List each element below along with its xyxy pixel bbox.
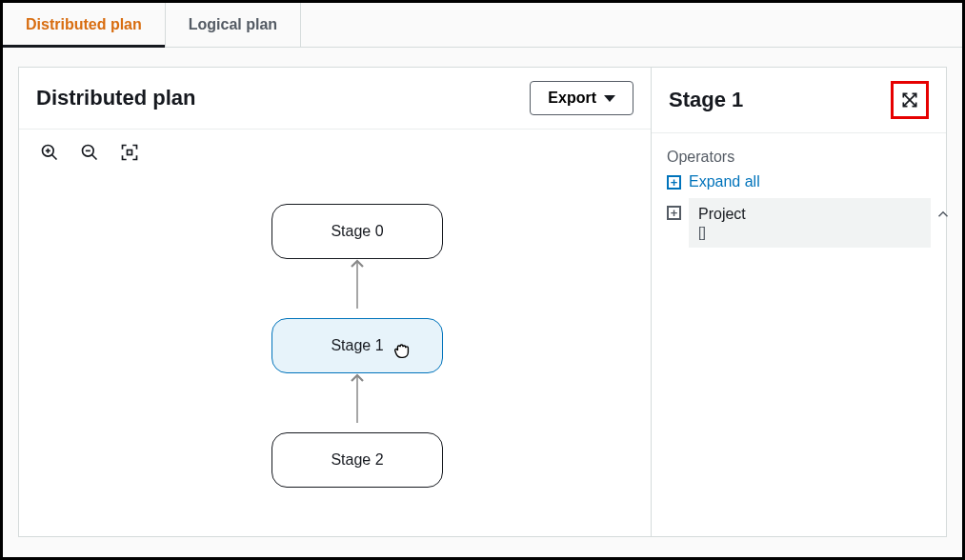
content-area: Distributed plan Export — [3, 48, 962, 552]
operator-sub: [] — [698, 225, 921, 240]
tab-label: Logical plan — [189, 16, 277, 32]
tab-label: Distributed plan — [26, 16, 142, 32]
svg-line-5 — [92, 155, 97, 160]
grab-cursor-icon — [392, 340, 412, 361]
operator-row: + Project [] — [667, 198, 931, 248]
stage-node-0[interactable]: Stage 0 — [271, 204, 443, 259]
diagram-canvas[interactable]: Stage 0 Stage 1 Stage 2 — [19, 175, 651, 536]
stage-node-2[interactable]: Stage 2 — [271, 432, 443, 488]
expand-all-label: Expand all — [689, 173, 760, 190]
left-panel: Distributed plan Export — [18, 67, 652, 537]
stage-node-1[interactable]: Stage 1 — [271, 318, 443, 373]
tab-logical-plan[interactable]: Logical plan — [166, 3, 301, 47]
zoom-in-icon[interactable] — [40, 143, 59, 162]
fullscreen-icon — [900, 90, 919, 110]
tabs-bar: Distributed plan Logical plan — [3, 3, 962, 48]
expand-all-link[interactable]: + Expand all — [667, 173, 931, 190]
app-frame: Distributed plan Logical plan Distribute… — [0, 0, 965, 560]
chevron-up-icon[interactable] — [935, 206, 952, 227]
zoom-out-icon[interactable] — [80, 143, 99, 162]
operators-heading: Operators — [667, 149, 931, 166]
right-panel: Stage 1 Operators + Expand all — [652, 67, 947, 537]
page-title: Distributed plan — [36, 86, 195, 110]
fit-screen-icon[interactable] — [120, 143, 139, 162]
export-label: Export — [548, 90, 596, 107]
svg-rect-7 — [128, 150, 132, 155]
export-button[interactable]: Export — [530, 81, 633, 115]
left-panel-header: Distributed plan Export — [19, 68, 651, 130]
expand-icon: + — [667, 175, 681, 190]
stage-label: Stage 0 — [331, 223, 383, 240]
operator-name: Project — [698, 206, 921, 223]
svg-line-1 — [52, 155, 57, 160]
stage-label: Stage 1 — [331, 337, 383, 354]
operators-section: Operators + Expand all + Project [] — [652, 133, 946, 248]
fullscreen-button[interactable] — [891, 81, 929, 119]
stage-label: Stage 2 — [331, 451, 383, 469]
tab-distributed-plan[interactable]: Distributed plan — [3, 3, 166, 47]
stage-detail-title: Stage 1 — [669, 88, 743, 112]
chevron-down-icon — [604, 95, 615, 102]
expand-row-icon[interactable]: + — [667, 206, 681, 220]
operator-item[interactable]: Project [] — [689, 198, 931, 248]
diagram-toolbar — [19, 130, 651, 175]
right-panel-header: Stage 1 — [652, 68, 946, 133]
